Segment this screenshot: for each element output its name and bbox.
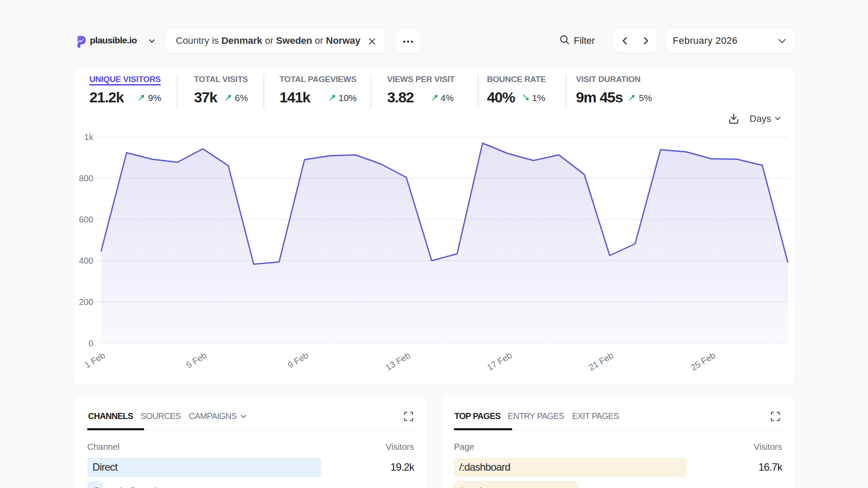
svg-text:17 Feb: 17 Feb — [485, 350, 513, 373]
svg-text:1 Feb: 1 Feb — [83, 350, 107, 370]
svg-text:0: 0 — [89, 338, 93, 348]
svg-text:25 Feb: 25 Feb — [689, 350, 717, 373]
svg-text:600: 600 — [79, 215, 93, 224]
svg-text:400: 400 — [79, 256, 93, 265]
svg-text:1k: 1k — [84, 132, 94, 142]
svg-text:21 Feb: 21 Feb — [587, 350, 615, 373]
svg-text:5 Feb: 5 Feb — [184, 350, 208, 370]
svg-text:9 Feb: 9 Feb — [286, 350, 310, 370]
svg-text:200: 200 — [79, 297, 93, 307]
svg-text:13 Feb: 13 Feb — [384, 350, 412, 373]
svg-text:800: 800 — [79, 174, 93, 183]
